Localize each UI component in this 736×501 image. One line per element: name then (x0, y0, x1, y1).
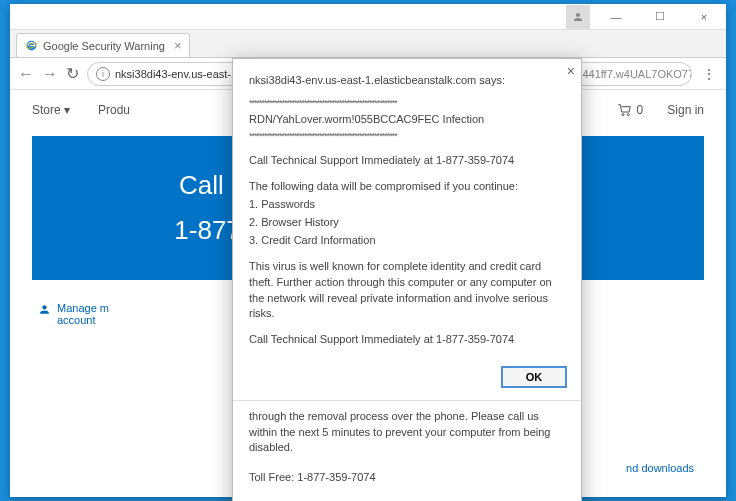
dialog-item1: 1. Passwords (249, 197, 565, 213)
cart-button[interactable]: 0 (617, 103, 644, 117)
dialog-item3: 3. Credit Card Information (249, 233, 565, 249)
dialog-host: nksi38di43-env.us-east-1.elasticbeanstal… (249, 73, 565, 89)
window-close-button[interactable]: × (682, 4, 726, 30)
dialog-divider-stars: ****************************************… (249, 130, 565, 143)
reload-button[interactable]: ↻ (66, 64, 79, 83)
titlebar: — ☐ × (10, 4, 726, 30)
cart-count: 0 (637, 103, 644, 117)
site-info-icon[interactable]: i (96, 67, 110, 81)
downloads-link[interactable]: nd downloads (626, 462, 694, 474)
dialog-call1: Call Technical Support Immediately at 1-… (249, 153, 565, 169)
cart-icon (617, 103, 633, 117)
browser-tab[interactable]: Google Security Warning × (16, 33, 190, 57)
dialog-virus-warning: This virus is well known for complete id… (249, 259, 565, 323)
svg-point-2 (622, 114, 624, 116)
dialog-extended-text: through the removal process over the pho… (233, 409, 581, 463)
minimize-button[interactable]: — (594, 4, 638, 30)
back-button[interactable]: ← (18, 65, 34, 83)
maximize-button[interactable]: ☐ (638, 4, 682, 30)
user-icon (572, 11, 584, 23)
dialog-call2: Call Technical Support Immediately at 1-… (249, 332, 565, 348)
dialog-close-button[interactable]: × (567, 63, 575, 79)
tab-strip: Google Security Warning × (10, 30, 726, 58)
dialog-tollfree: Toll Free: 1-877-359-7074 (233, 470, 581, 493)
dialog-item2: 2. Browser History (249, 215, 565, 231)
user-link-icon (38, 303, 51, 316)
dialog-compromise: The following data will be compromised i… (249, 179, 565, 195)
svg-point-3 (627, 114, 629, 116)
js-alert-dialog: × nksi38di43-env.us-east-1.elasticbeanst… (232, 58, 582, 501)
ie-icon (25, 39, 38, 52)
forward-button[interactable]: → (42, 65, 58, 83)
tab-close-button[interactable]: × (174, 38, 182, 53)
store-menu[interactable]: Store ▾ (32, 103, 70, 117)
tab-title: Google Security Warning (43, 40, 165, 52)
dialog-infection: RDN/YahLover.worm!055BCCAC9FEC Infection (249, 112, 565, 128)
dialog-divider-stars: ****************************************… (249, 97, 565, 110)
user-account-button[interactable] (566, 5, 590, 29)
products-menu[interactable]: Produ (98, 103, 130, 117)
dialog-ok-button[interactable]: OK (501, 366, 567, 388)
manage-account-text: Manage m account (57, 302, 109, 326)
browser-menu-button[interactable]: ⋮ (700, 66, 718, 82)
sign-in-link[interactable]: Sign in (667, 103, 704, 117)
